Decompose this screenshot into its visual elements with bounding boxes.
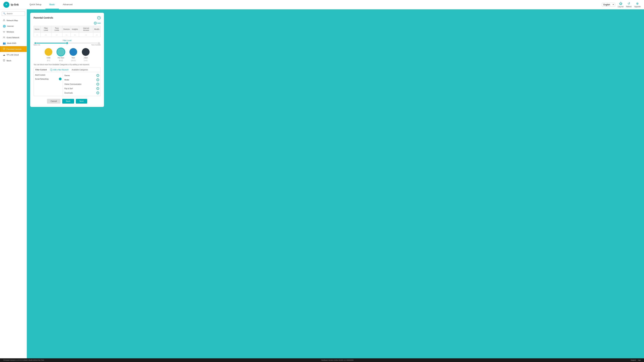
svg-line-5 [3, 20, 4, 21]
col-devices: Devices [62, 26, 71, 32]
parental-controls-icon [3, 48, 5, 50]
add-keyword-icon: + [50, 68, 52, 71]
filter-item-adult-content: Adult Content [35, 73, 62, 77]
slider-thumb-left[interactable] [34, 42, 36, 44]
profile-child[interactable]: Child (0-7) [44, 48, 52, 61]
add-downloads-button[interactable]: + [96, 91, 99, 94]
filter-label: Filter Level [34, 39, 100, 41]
svg-point-4 [4, 21, 5, 21]
nav-right: English Chinese Spanish ⏻ Log out ↺ Rebo… [602, 2, 641, 7]
back-button[interactable]: Back [62, 99, 74, 104]
tab-advanced[interactable]: Advanced [59, 0, 77, 9]
filter-item-social-networking: Social Networking − [35, 77, 62, 81]
logo-icon: P [3, 2, 10, 8]
filter-content-body: Adult Content Social Networking − Games … [34, 72, 100, 96]
footer-links: Support App [630, 359, 641, 361]
sidebar: 🔍 Network Map 🌐 Internet [0, 9, 27, 358]
help-button[interactable]: ? [97, 16, 100, 19]
sidebar-item-wireless[interactable]: Wireless [0, 29, 27, 35]
next-button[interactable]: Next [76, 99, 88, 104]
logout-button[interactable]: ⏻ Log out [618, 2, 623, 7]
logo-text: tp-link [11, 3, 19, 6]
slider-track [35, 43, 99, 43]
filter-right-panel: Games + Media + Online Communication + [63, 72, 100, 96]
reboot-icon: ↺ [628, 2, 630, 5]
profiles-row: Child (0-7) Pre-Teen (8-12) Teen (13-17)… [34, 48, 100, 61]
sidebar-item-tp-link-cloud[interactable]: ☁ TP-Link Cloud [0, 52, 27, 58]
tab-quick-setup[interactable]: Quick Setup [26, 0, 46, 9]
top-nav: P tp-link Quick Setup Basic Advanced Eng… [0, 0, 644, 9]
slider-thumb-middle[interactable] [66, 42, 68, 44]
tab-basic[interactable]: Basic [46, 0, 59, 9]
col-filter-level: Filter Level [40, 26, 51, 32]
add-button[interactable]: + Add [94, 22, 100, 24]
upgrade-button[interactable]: ⊕ Upgrade [634, 2, 641, 7]
available-item-pay-to-surf: Pay to Surf + [64, 86, 99, 91]
cell-time-limits: — [51, 32, 62, 37]
col-insights: Insights [71, 26, 79, 32]
profile-circle-child [44, 48, 52, 56]
language-select[interactable]: English Chinese Spanish [602, 3, 615, 7]
svg-point-7 [4, 32, 4, 33]
svg-line-6 [4, 20, 5, 21]
profile-circle-teen [70, 48, 77, 56]
sidebar-item-guest-network[interactable]: Guest Network [0, 35, 27, 40]
tp-link-cloud-icon: ☁ [3, 53, 5, 56]
internet-icon: 🌐 [3, 25, 6, 27]
add-games-button[interactable]: + [96, 74, 99, 77]
network-map-icon [3, 19, 5, 22]
logo-area: P tp-link [3, 2, 19, 8]
profile-teen[interactable]: Teen (13-17) [70, 48, 77, 61]
reboot-button[interactable]: ↺ Reboot [626, 2, 632, 7]
support-link[interactable]: Support [630, 359, 636, 361]
cell-name: — [34, 32, 40, 37]
filter-content-header: Filter Content + Add a New Keyword Avail… [34, 67, 100, 72]
col-internet-access: Internet Access [79, 26, 93, 32]
slider-thumb-right[interactable] [98, 42, 100, 44]
slider-fill [35, 43, 67, 43]
search-box[interactable]: 🔍 [2, 11, 25, 16]
cell-internet-access: — [79, 32, 93, 37]
add-keyword-button[interactable]: + Add a New Keyword [50, 68, 68, 71]
app-link[interactable]: App [638, 359, 641, 361]
search-input[interactable] [7, 12, 24, 14]
slider-row [35, 43, 99, 43]
profile-adult[interactable]: Adult (>17) [82, 48, 90, 61]
add-icon: + [94, 22, 96, 24]
cancel-button[interactable]: Cancel [47, 99, 60, 104]
available-item-media: Media + [64, 78, 99, 82]
filter-content-label: Filter Content [36, 69, 47, 71]
svg-point-8 [3, 37, 4, 37]
sidebar-item-parental-controls[interactable]: Parental Controls [0, 46, 27, 52]
filter-section: Filter Level Basic Info Time Controls [34, 39, 100, 46]
add-pay-to-surf-button[interactable]: + [96, 87, 99, 90]
sidebar-item-network-map[interactable]: Network Map [0, 17, 27, 23]
search-icon: 🔍 [3, 12, 6, 15]
slider-labels: Basic Info Time Controls [34, 44, 100, 46]
profile-pre-teen[interactable]: Pre-Teen (8-12) [57, 48, 65, 61]
firmware-info: Firmware Version:1.1.0 3.0.0 v60a2.0 Bui… [3, 359, 44, 361]
upgrade-icon: ⊕ [636, 2, 639, 5]
cell-filter-level: — [40, 32, 51, 37]
add-media-button[interactable]: + [96, 78, 99, 81]
cell-modify: — [93, 32, 100, 37]
sidebar-item-internet[interactable]: 🌐 Internet [0, 23, 27, 29]
svg-text:P: P [6, 3, 7, 6]
data-table: Name Filter Level Time Limits Devices In… [34, 26, 100, 37]
available-item-downloads: Downloads + [64, 91, 99, 95]
filter-hint: You can block more from Available Catego… [34, 64, 100, 65]
filter-left-panel: Adult Content Social Networking − [34, 72, 63, 96]
mesh-icon [3, 59, 5, 62]
multi-ssid-icon: 👥 [3, 42, 6, 44]
sidebar-item-multi-ssid[interactable]: 👥 Multi-SSID [0, 40, 27, 46]
sidebar-item-mesh[interactable]: Mesh [0, 58, 27, 63]
logout-icon: ⏻ [619, 2, 622, 5]
main-layout: 🔍 Network Map 🌐 Internet [0, 9, 644, 358]
filter-content-box: Filter Content + Add a New Keyword Avail… [34, 67, 100, 96]
svg-point-9 [4, 37, 5, 37]
cell-insights: — [71, 32, 79, 37]
nav-tabs: Quick Setup Basic Advanced [26, 0, 602, 9]
add-online-communication-button[interactable]: + [96, 83, 99, 85]
available-categories-label: Available Categories [72, 69, 88, 71]
remove-social-networking-button[interactable]: − [59, 78, 62, 80]
